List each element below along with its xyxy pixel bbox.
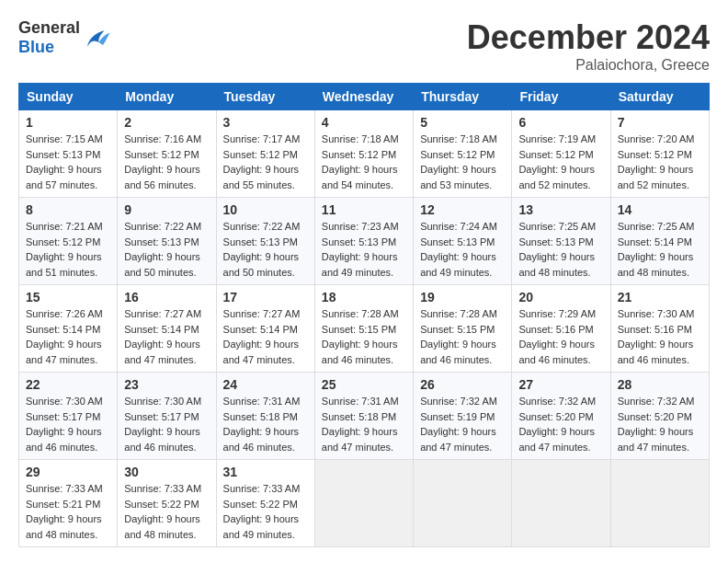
sunrise-label: Sunrise: 7:25 AM [518,221,596,232]
day-number: 7 [618,115,702,130]
sunset-label: Sunset: 5:20 PM [518,411,593,422]
sunset-label: Sunset: 5:13 PM [518,236,593,247]
day-cell: 25 Sunrise: 7:31 AM Sunset: 5:18 PM Dayl… [314,373,413,460]
day-info: Sunrise: 7:17 AM Sunset: 5:12 PM Dayligh… [223,132,308,192]
day-info: Sunrise: 7:23 AM Sunset: 5:13 PM Dayligh… [322,219,406,280]
daylight-label: Daylight: 9 hours and 48 minutes. [618,251,694,278]
calendar-week-row: 8 Sunrise: 7:21 AM Sunset: 5:12 PM Dayli… [19,198,710,285]
daylight-label: Daylight: 9 hours and 56 minutes. [124,164,200,190]
sunrise-label: Sunrise: 7:32 AM [518,396,596,407]
day-number: 24 [223,377,308,392]
day-cell: 21 Sunrise: 7:30 AM Sunset: 5:16 PM Dayl… [610,285,709,373]
sunrise-label: Sunrise: 7:15 AM [26,133,103,144]
sunset-label: Sunset: 5:12 PM [26,236,100,247]
day-number: 11 [322,202,406,217]
sunrise-label: Sunrise: 7:20 AM [618,133,695,144]
sunset-label: Sunset: 5:20 PM [618,411,692,422]
daylight-label: Daylight: 9 hours and 47 minutes. [124,339,200,365]
sunset-label: Sunset: 5:21 PM [26,499,100,510]
day-of-week-header: Monday [118,84,216,110]
sunset-label: Sunset: 5:17 PM [124,411,199,422]
sunrise-label: Sunrise: 7:27 AM [223,308,301,319]
day-info: Sunrise: 7:33 AM Sunset: 5:22 PM Dayligh… [223,481,308,542]
day-cell: 20 Sunrise: 7:29 AM Sunset: 5:16 PM Dayl… [512,285,610,373]
day-cell: 14 Sunrise: 7:25 AM Sunset: 5:14 PM Dayl… [610,198,709,285]
day-info: Sunrise: 7:28 AM Sunset: 5:15 PM Dayligh… [322,306,406,367]
day-number: 28 [618,377,702,392]
sunrise-label: Sunrise: 7:17 AM [223,133,301,144]
day-number: 23 [124,377,209,392]
calendar-table: SundayMondayTuesdayWednesdayThursdayFrid… [18,83,710,547]
day-info: Sunrise: 7:32 AM Sunset: 5:19 PM Dayligh… [420,394,505,454]
daylight-label: Daylight: 9 hours and 46 minutes. [223,426,300,453]
sunrise-label: Sunrise: 7:28 AM [420,308,497,319]
day-cell: 12 Sunrise: 7:24 AM Sunset: 5:13 PM Dayl… [414,198,512,285]
daylight-label: Daylight: 9 hours and 47 minutes. [618,426,694,453]
day-info: Sunrise: 7:27 AM Sunset: 5:14 PM Dayligh… [124,306,209,367]
day-cell: 17 Sunrise: 7:27 AM Sunset: 5:14 PM Dayl… [216,285,314,373]
day-number: 21 [618,290,702,304]
day-info: Sunrise: 7:32 AM Sunset: 5:20 PM Dayligh… [618,394,702,454]
sunset-label: Sunset: 5:13 PM [124,236,199,247]
day-number: 3 [223,115,308,130]
day-of-week-header: Saturday [610,84,709,110]
day-info: Sunrise: 7:21 AM Sunset: 5:12 PM Dayligh… [26,219,110,280]
sunrise-label: Sunrise: 7:18 AM [420,133,497,144]
day-info: Sunrise: 7:18 AM Sunset: 5:12 PM Dayligh… [420,132,505,192]
day-cell: 27 Sunrise: 7:32 AM Sunset: 5:20 PM Dayl… [512,373,610,460]
day-of-week-header: Wednesday [314,84,413,110]
sunrise-label: Sunrise: 7:33 AM [223,483,301,494]
sunrise-label: Sunrise: 7:26 AM [26,308,103,319]
sunset-label: Sunset: 5:12 PM [518,149,593,160]
calendar-header-row: SundayMondayTuesdayWednesdayThursdayFrid… [19,84,710,110]
day-of-week-header: Thursday [414,84,512,110]
sunset-label: Sunset: 5:13 PM [322,236,396,247]
sunrise-label: Sunrise: 7:27 AM [124,308,201,319]
day-info: Sunrise: 7:31 AM Sunset: 5:18 PM Dayligh… [223,394,308,454]
daylight-label: Daylight: 9 hours and 46 minutes. [420,339,496,365]
logo-text: General Blue [18,18,80,57]
sunset-label: Sunset: 5:12 PM [618,149,692,160]
day-number: 19 [420,290,505,304]
daylight-label: Daylight: 9 hours and 55 minutes. [223,164,300,190]
sunset-label: Sunset: 5:14 PM [26,324,100,335]
daylight-label: Daylight: 9 hours and 54 minutes. [322,164,398,190]
day-cell: 26 Sunrise: 7:32 AM Sunset: 5:19 PM Dayl… [414,373,512,460]
day-info: Sunrise: 7:31 AM Sunset: 5:18 PM Dayligh… [322,394,406,454]
daylight-label: Daylight: 9 hours and 50 minutes. [124,251,200,278]
sunset-label: Sunset: 5:22 PM [124,499,199,510]
day-cell: 9 Sunrise: 7:22 AM Sunset: 5:13 PM Dayli… [118,198,216,285]
daylight-label: Daylight: 9 hours and 49 minutes. [420,251,496,278]
day-number: 17 [223,290,308,304]
daylight-label: Daylight: 9 hours and 57 minutes. [26,164,102,190]
day-info: Sunrise: 7:32 AM Sunset: 5:20 PM Dayligh… [518,394,603,454]
day-info: Sunrise: 7:30 AM Sunset: 5:17 PM Dayligh… [26,394,110,454]
sunrise-label: Sunrise: 7:21 AM [26,221,103,232]
sunset-label: Sunset: 5:15 PM [420,324,495,335]
day-info: Sunrise: 7:16 AM Sunset: 5:12 PM Dayligh… [124,132,209,192]
day-info: Sunrise: 7:19 AM Sunset: 5:12 PM Dayligh… [518,132,603,192]
sunrise-label: Sunrise: 7:19 AM [518,133,596,144]
sunset-label: Sunset: 5:12 PM [124,149,199,160]
daylight-label: Daylight: 9 hours and 47 minutes. [223,339,300,365]
sunrise-label: Sunrise: 7:25 AM [618,221,695,232]
day-info: Sunrise: 7:30 AM Sunset: 5:17 PM Dayligh… [124,394,209,454]
day-cell: 1 Sunrise: 7:15 AM Sunset: 5:13 PM Dayli… [19,110,118,198]
day-cell: 8 Sunrise: 7:21 AM Sunset: 5:12 PM Dayli… [19,198,118,285]
day-number: 27 [518,377,603,392]
day-number: 30 [124,465,209,479]
day-info: Sunrise: 7:20 AM Sunset: 5:12 PM Dayligh… [618,132,702,192]
day-info: Sunrise: 7:22 AM Sunset: 5:13 PM Dayligh… [223,219,308,280]
day-cell: 7 Sunrise: 7:20 AM Sunset: 5:12 PM Dayli… [610,110,709,198]
sunrise-label: Sunrise: 7:22 AM [124,221,201,232]
daylight-label: Daylight: 9 hours and 48 minutes. [124,513,200,540]
daylight-label: Daylight: 9 hours and 47 minutes. [420,426,496,453]
daylight-label: Daylight: 9 hours and 52 minutes. [518,164,595,190]
day-info: Sunrise: 7:25 AM Sunset: 5:14 PM Dayligh… [618,219,702,280]
daylight-label: Daylight: 9 hours and 49 minutes. [322,251,398,278]
sunset-label: Sunset: 5:14 PM [223,324,298,335]
sunrise-label: Sunrise: 7:33 AM [26,483,103,494]
sunset-label: Sunset: 5:14 PM [618,236,692,247]
daylight-label: Daylight: 9 hours and 52 minutes. [618,164,694,190]
empty-day-cell [414,460,512,547]
